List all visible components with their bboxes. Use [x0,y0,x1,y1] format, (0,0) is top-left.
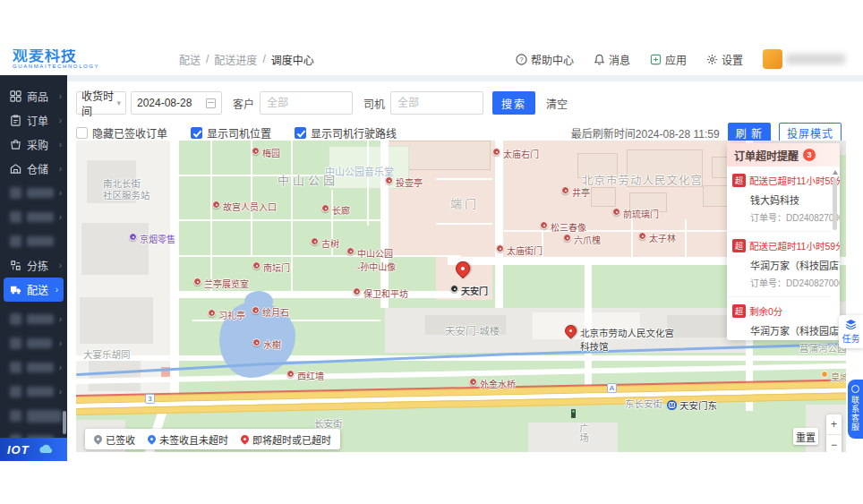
sidebar-label: 分拣 [27,258,48,273]
redacted-label [27,236,54,246]
alert-item[interactable]: 超 配送已超时11小时59分 华润万家（科技园店）2 订单号：DD2408270… [727,232,831,297]
poi-label: 天安门 [461,284,488,297]
map-area-label-line: 南北长街 [103,178,141,189]
show-driver-location-checkbox[interactable] [191,127,202,139]
poi-label: 中山公园-孙中山像 [357,246,396,273]
redacted-label [27,410,62,423]
settings-button[interactable]: 设置 [706,52,743,67]
road-sign: 3 [145,394,155,404]
alert-item-row: 超 剩余0分 [732,304,831,318]
map-poi: 中山公园-孙中山像 [346,246,396,273]
sidebar-item-redacted[interactable] [0,404,67,428]
poi-icon [346,247,355,255]
help-label: 帮助中心 [531,52,574,67]
user-account[interactable] [763,49,845,69]
map-reset-button[interactable]: 重置 [793,428,818,445]
sidebar-item-delivery-active[interactable]: 配送› [4,278,64,302]
metro-station: M天安门东 [667,398,717,412]
chevron-right-icon: › [59,91,62,101]
refresh-button[interactable]: 刷 新 [728,123,771,142]
sidebar-item-redacted[interactable]: › [0,181,67,205]
hide-signed-checkbox[interactable] [76,127,88,139]
sidebar-item-redacted[interactable]: › [0,307,67,331]
zoom-in-button[interactable]: + [826,414,842,434]
chevron-right-icon: › [59,314,62,324]
filter-bar: 收货时间▾ 客户 司机 搜索 清空 [76,91,568,115]
map-poi: 长廊 [321,203,350,217]
alert-item[interactable]: 超 剩余0分 华润万家（科技园店）2 [727,297,831,340]
overdue-alert-panel: 订单超时提醒 3 超 配送已超时11小时59分 钱大妈科技 订单号：DD2408… [727,143,840,340]
contact-service-button[interactable]: 联系客服 [848,380,863,439]
chevron-right-icon: › [56,285,58,295]
refresh-area: 最后刷新时间2024-08-28 11:59 刷 新 投屏模式 [571,123,842,142]
search-button[interactable]: 搜索 [492,91,535,115]
driver-input-wrap [390,91,483,115]
breadcrumb-delivery[interactable]: 配送 [179,52,201,67]
sidebar-item-redacted[interactable]: › [0,331,67,355]
sidebar-item-warehouse[interactable]: 仓储› [0,157,67,181]
calendar-icon [206,98,216,108]
poi-icon [212,201,220,209]
sidebar-scrollbar-thumb[interactable] [63,411,66,434]
map-canvas[interactable]: 中山公园 中山公园音乐堂 南北长街 社区服务站 端门 北京市劳动人民文化宫 大宴… [76,141,846,452]
poi-label: 京烟零售 [140,232,175,245]
map-path [631,219,633,257]
chevron-right-icon: › [59,261,62,270]
sidebar-item-sorting[interactable]: 分拣› [0,253,67,278]
map-poi: 水榭 [252,337,281,351]
sidebar-item-purchase[interactable]: 采购› [0,132,67,157]
poi-icon [821,371,828,378]
map-area-label: 长安街 [314,416,343,430]
show-driver-route-checkbox[interactable] [295,127,306,139]
sidebar-label: 仓储 [27,161,48,176]
customer-input[interactable] [267,97,346,109]
panel-scrollbar[interactable] [831,167,839,340]
chevron-right-icon: › [59,164,62,174]
poi-icon [208,309,216,317]
sidebar-item-redacted[interactable]: › [0,205,67,229]
shop-icon [129,233,137,241]
zoom-out-button[interactable]: − [826,435,842,452]
chevron-right-icon: › [59,115,62,125]
map-area-label: 东长安街 [625,397,662,410]
scrollbar-thumb[interactable] [833,178,837,230]
help-center-button[interactable]: ? 帮助中心 [516,52,574,67]
messages-button[interactable]: 消息 [594,52,630,67]
sidebar-iot-banner[interactable]: IOT [0,438,67,461]
overdue-status: 配送已超时11小时59分 [749,174,840,187]
map-poi: 前琉璃门 [612,207,659,220]
cast-mode-button[interactable]: 投屏模式 [779,123,842,142]
date-input[interactable] [137,97,200,109]
scroll-down-icon[interactable] [833,332,838,337]
brand-logo[interactable]: 观麦科技 GUANMAITECHNOLOGY [0,49,179,69]
alert-customer-name: 钱大妈科技 [750,192,831,207]
breadcrumb-progress[interactable]: 配送进度 [214,52,257,67]
map-building [528,423,618,452]
map-poi: 井亭 [561,185,590,199]
sidebar-item-redacted[interactable] [0,229,67,253]
poi-icon [612,208,620,216]
apps-button[interactable]: 应用 [650,52,687,67]
date-picker[interactable] [131,91,222,115]
chevron-right-icon: › [59,140,62,149]
redacted-label [27,363,54,372]
task-button[interactable]: 任务 [839,315,863,348]
poi-label: 习礼亭 [218,308,245,321]
messages-label: 消息 [609,52,630,67]
sidebar-item-redacted[interactable]: › [0,380,67,404]
sidebar-item-redacted[interactable]: › [0,355,67,380]
redacted-icon [10,410,21,422]
poi-label: 长廊 [332,203,350,217]
metro-icon: M [667,400,677,410]
sidebar-item-goods[interactable]: 商品› [0,84,67,108]
clear-button[interactable]: 清空 [546,96,568,111]
poi-label: 六爪槐 [574,233,601,246]
scroll-up-icon[interactable] [833,170,838,175]
map-building [80,297,153,344]
poi-label: 井亭 [572,185,590,199]
alert-item[interactable]: 超 配送已超时11小时59分 钱大妈科技 订单号：DD24082700005 [727,167,831,232]
time-type-select[interactable]: 收货时间▾ [76,91,126,115]
driver-input[interactable] [397,97,476,109]
sidebar-item-orders[interactable]: 订单› [0,108,67,132]
map-path [367,141,369,226]
